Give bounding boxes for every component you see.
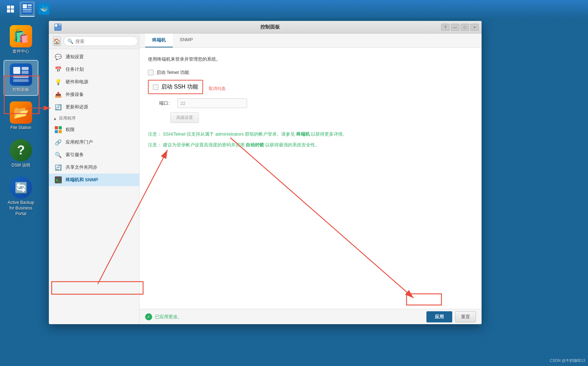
window-controls: ? — □ × [441, 24, 479, 31]
task-icon: 📅 [54, 66, 62, 73]
minimize-button[interactable]: — [451, 24, 459, 31]
notice2-text: 建议为登录帐户设置高强度的密码并启用 [163, 142, 246, 147]
svg-text:▶_: ▶_ [56, 178, 61, 182]
telnet-row: 启动 Telnet 功能 [148, 69, 473, 76]
telnet-checkbox[interactable] [148, 70, 154, 75]
sidebar-section-apps-label: 应用程序 [59, 115, 76, 121]
sidebar-item-update[interactable]: 🔄 更新和还原 [49, 101, 139, 113]
notification-icon: 💬 [54, 53, 62, 61]
tab-terminal[interactable]: 终端机 [145, 33, 173, 47]
sidebar-item-terminal-label: 终端机和 SNMP [66, 177, 98, 183]
svg-text:🐳: 🐳 [40, 5, 48, 13]
tab-bar: 终端机 SNMP [140, 33, 482, 48]
search-icon: 🔍 [67, 38, 73, 44]
reset-button[interactable]: 重置 [455, 311, 476, 322]
svg-rect-20 [58, 26, 61, 27]
ssh-checkbox[interactable] [153, 84, 158, 90]
notice2-prefix: 注意： [148, 142, 162, 147]
terminal-icon: ▶_ [54, 176, 62, 184]
status-text: 已应用更改。 [155, 314, 182, 320]
file-station-label: File Station [10, 125, 31, 131]
sidebar-item-external[interactable]: 📤 外接设备 [49, 88, 139, 101]
sidebar-section-apps: ▲ 应用程序 [49, 113, 139, 123]
help-button[interactable]: ? [441, 24, 449, 31]
svg-rect-24 [59, 126, 62, 129]
sidebar-item-notification-label: 通知设置 [66, 54, 84, 60]
svg-rect-18 [55, 24, 58, 27]
ssh-highlight-box: 启动 SSH 功能 [148, 80, 203, 94]
sidebar-item-index-label: 索引服务 [66, 152, 84, 158]
sidebar-item-rights[interactable]: 权限 [49, 123, 139, 136]
taskbar: 🐳 [0, 0, 588, 18]
tab-snmp[interactable]: SNMP [173, 33, 200, 47]
port-row: 端口: [148, 98, 473, 108]
maximize-button[interactable]: □ [461, 24, 469, 31]
svg-rect-14 [22, 71, 29, 74]
sidebar-item-task[interactable]: 📅 任务计划 [49, 63, 139, 76]
notice2-suffix: 以获得最强的系统安全性。 [265, 142, 320, 147]
svg-rect-1 [11, 6, 14, 9]
sidebar-item-appportal[interactable]: 🔗 应用程序门户 [49, 136, 139, 148]
grid-taskbar-icon[interactable] [3, 1, 18, 17]
svg-rect-19 [58, 24, 61, 25]
dsm-help-icon[interactable]: ? DSM 说明 [3, 136, 38, 171]
apply-button[interactable]: 应用 [426, 311, 452, 322]
index-icon: 🔍 [54, 151, 62, 159]
notice1-text: SSH/Telnet 仅支持从属于 administrators 群组的帐户登录… [163, 131, 296, 137]
window-icon [54, 24, 61, 31]
svg-rect-25 [55, 130, 58, 133]
svg-rect-3 [11, 9, 14, 13]
watermark: CSDN @牛奶咖啡13 [550, 358, 585, 363]
window-body: 🏠 🔍 💬 通知设置 📅 任务计划 💡 [49, 33, 482, 324]
svg-rect-2 [7, 9, 10, 13]
sidebar-item-share[interactable]: 🔄 共享文件夹同步 [49, 161, 139, 174]
svg-rect-16 [13, 79, 29, 82]
sidebar-item-terminal[interactable]: ▶_ 终端机和 SNMP [49, 174, 139, 186]
sidebar-item-update-label: 更新和还原 [66, 104, 88, 110]
footer-status: ✓ 已应用更改。 [145, 313, 182, 320]
sidebar-item-hardware[interactable]: 💡 硬件和电源 [49, 76, 139, 88]
package-center-icon[interactable]: 🛍️ 套件中心 [3, 22, 38, 57]
appportal-icon: 🔗 [54, 138, 62, 146]
sidebar-item-task-label: 任务计划 [66, 66, 84, 73]
sidebar-item-appportal-label: 应用程序门户 [66, 139, 93, 145]
sidebar-item-notification[interactable]: 💬 通知设置 [49, 51, 139, 63]
close-button[interactable]: × [470, 24, 479, 31]
ssh-label: 启动 SSH 功能 [161, 83, 198, 91]
notice-2: 注意： 建议为登录帐户设置高强度的密码并启用 自动封锁 以获得最强的系统安全性。 [148, 141, 473, 149]
svg-rect-26 [59, 130, 62, 133]
control-panel-desktop-label: 控制面板 [13, 87, 29, 93]
sidebar-item-rights-label: 权限 [66, 127, 75, 133]
external-icon: 📤 [54, 91, 62, 98]
window-footer: ✓ 已应用更改。 应用 重置 [140, 309, 482, 324]
search-box[interactable]: 🔍 [64, 36, 138, 46]
svg-rect-6 [28, 4, 32, 6]
file-station-desktop-icon[interactable]: 📂 File Station [3, 99, 38, 134]
port-label: 端口: [159, 100, 172, 106]
status-success-icon: ✓ [145, 313, 152, 320]
svg-rect-15 [13, 75, 29, 78]
notice2-link[interactable]: 自动封锁 [246, 142, 264, 147]
cancel-label: 取消勾选 [209, 86, 225, 91]
telnet-label: 启动 Telnet 功能 [156, 69, 189, 76]
content-description: 使用终端机来登录并管理您的系统。 [148, 56, 473, 62]
control-panel-taskbar-icon[interactable] [20, 1, 35, 17]
active-backup-icon[interactable]: 🔄 Active Backup for Business Portal [3, 174, 38, 219]
home-button[interactable]: 🏠 [53, 36, 61, 46]
sidebar-item-index[interactable]: 🔍 索引服务 [49, 148, 139, 161]
notice-1: 注意： SSH/Telnet 仅支持从属于 administrators 群组的… [148, 130, 473, 138]
docker-taskbar-icon[interactable]: 🐳 [36, 1, 52, 17]
search-input[interactable] [75, 39, 134, 44]
control-panel-desktop-icon[interactable]: 控制面板 [3, 60, 38, 96]
svg-rect-0 [7, 6, 10, 9]
svg-rect-9 [23, 11, 32, 13]
control-panel-window: 控制面板 ? — □ × 🏠 🔍 💬 通知设置 [49, 21, 482, 324]
package-center-label: 套件中心 [13, 49, 29, 54]
rights-icon [54, 126, 62, 134]
notice1-link[interactable]: 终端机 [296, 131, 310, 137]
port-input[interactable] [177, 98, 247, 108]
svg-rect-7 [28, 7, 32, 8]
sidebar-item-external-label: 外接设备 [66, 91, 84, 98]
advanced-settings-button[interactable]: 高级设置 [170, 112, 199, 123]
notice1-prefix: 注意： [148, 131, 162, 137]
